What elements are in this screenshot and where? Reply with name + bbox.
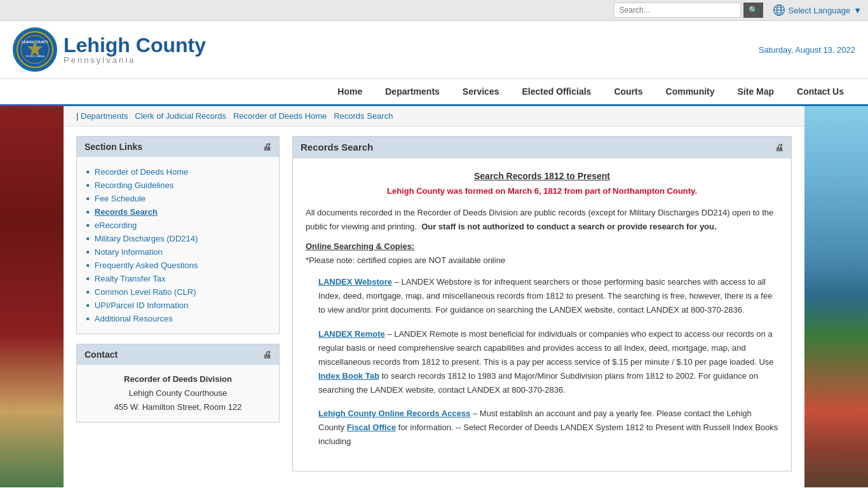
highlight-text: Lehigh County was formed on March 6, 181… (306, 186, 778, 196)
landex-webstore-section: LANDEX Webstore – LANDEX Webstore is for… (306, 275, 778, 317)
link-recording-guidelines[interactable]: Recording Guidelines (95, 180, 173, 190)
list-item: Recorder of Deeds Home (86, 167, 269, 177)
contact-title: Contact (85, 349, 118, 360)
content-panel: Records Search 🖨 Search Records 1812 to … (292, 136, 792, 471)
intro-bold: Our staff is not authorized to conduct a… (421, 222, 716, 231)
search-button[interactable]: 🔍 (743, 3, 763, 18)
breadcrumb-clerk[interactable]: Clerk of Judicial Records (135, 111, 226, 121)
right-decorative-image (804, 106, 868, 487)
link-clr[interactable]: Common Level Ratio (CLR) (95, 287, 196, 297)
nav-home[interactable]: Home (326, 79, 374, 104)
search-input[interactable] (614, 3, 741, 18)
link-recorder-home[interactable]: Recorder of Deeds Home (95, 167, 188, 177)
link-military-discharges[interactable]: Military Discharges (DD214) (95, 234, 198, 243)
county-name: Lehigh County (64, 35, 206, 55)
list-item: Additional Resources (86, 314, 269, 323)
list-item: eRecording (86, 220, 269, 230)
breadcrumb-separator: | (76, 111, 81, 121)
contact-header: Contact 🖨 (77, 344, 279, 365)
index-book-link[interactable]: Index Book Tab (318, 371, 379, 381)
nav-community[interactable]: Community (654, 79, 726, 104)
list-item: Records Search (86, 207, 269, 217)
link-upi-parcel[interactable]: UPI/Parcel ID Information (95, 301, 188, 310)
link-additional-resources[interactable]: Additional Resources (95, 314, 173, 323)
list-item: Frequently Asked Questions (86, 261, 269, 270)
lc-online-section: Lehigh County Online Records Access – Mu… (306, 407, 778, 449)
search-area: 🔍 (614, 3, 763, 18)
top-bar: 🔍 Select Language ▼ (0, 0, 868, 21)
contact-location: Lehigh County Courthouse (86, 386, 269, 400)
contact-division: Recorder of Deeds Division (86, 372, 269, 386)
link-records-search[interactable]: Records Search (95, 207, 158, 217)
contact-body: Recorder of Deeds Division Lehigh County… (77, 365, 279, 422)
left-decorative-image (0, 106, 64, 487)
nav-site-map[interactable]: Site Map (726, 79, 786, 104)
sidebar: Section Links 🖨 Recorder of Deeds Home R… (76, 136, 280, 471)
nav-services[interactable]: Services (451, 79, 511, 104)
nav-elected-officials[interactable]: Elected Officials (510, 79, 602, 104)
landex-remote-section: LANDEX Remote – LANDEX Remote is most be… (306, 327, 778, 397)
link-notary-info[interactable]: Notary Information (95, 247, 163, 257)
landex-remote-text: – LANDEX Remote is most beneficial for i… (318, 329, 774, 367)
language-label: Select Language (789, 6, 851, 15)
logo-text: Lehigh County Pennsylvania (64, 35, 206, 65)
globe-icon (773, 4, 785, 17)
link-faq[interactable]: Frequently Asked Questions (95, 261, 198, 270)
content-body: Search Records 1812 to Present Lehigh Co… (292, 158, 792, 471)
breadcrumb: | Departments Clerk of Judicial Records … (64, 106, 804, 126)
list-item: Common Level Ratio (CLR) (86, 287, 269, 297)
section-links-header: Section Links 🖨 (77, 137, 279, 157)
link-realty-transfer[interactable]: Realty Transfer Tax (95, 274, 166, 283)
header-right: Saturday, August 13, 2022 (759, 45, 855, 55)
nav-departments[interactable]: Departments (374, 79, 451, 104)
center-content: | Departments Clerk of Judicial Records … (64, 106, 804, 487)
content-panel-title: Records Search (301, 142, 373, 152)
header: LEHIGH COUNTY PENNSYLVANIA Lehigh County… (0, 21, 868, 79)
link-fee-schedule[interactable]: Fee Schedule (95, 194, 146, 203)
list-item: UPI/Parcel ID Information (86, 301, 269, 310)
breadcrumb-records-search[interactable]: Records Search (334, 111, 393, 121)
list-item: Realty Transfer Tax (86, 274, 269, 283)
contact-print-icon[interactable]: 🖨 (262, 349, 271, 360)
landex-remote-link[interactable]: LANDEX Remote (318, 329, 385, 339)
county-seal: LEHIGH COUNTY PENNSYLVANIA (15, 29, 56, 71)
section-links-panel: Section Links 🖨 Recorder of Deeds Home R… (76, 136, 280, 334)
language-dropdown-icon: ▼ (853, 6, 862, 15)
index-book-text: to search records 1812 to 1983 and Major… (318, 371, 758, 395)
list-item: Recording Guidelines (86, 180, 269, 190)
sidebar-links-list: Recorder of Deeds Home Recording Guideli… (77, 157, 279, 334)
print-icon[interactable]: 🖨 (262, 142, 271, 152)
landex-webstore-link[interactable]: LANDEX Webstore (318, 277, 392, 287)
lc-online-link[interactable]: Lehigh County Online Records Access (318, 409, 470, 418)
language-selector[interactable]: Select Language ▼ (773, 4, 862, 17)
county-state: Pennsylvania (64, 55, 206, 65)
breadcrumb-departments[interactable]: Departments (81, 111, 128, 121)
page-wrapper: | Departments Clerk of Judicial Records … (0, 106, 868, 487)
content-heading: Search Records 1812 to Present (306, 171, 778, 181)
breadcrumb-recorder-home[interactable]: Recorder of Deeds Home (233, 111, 327, 121)
date-display: Saturday, August 13, 2022 (759, 45, 855, 55)
nav-bar: Home Departments Services Elected Offici… (0, 79, 868, 106)
list-item: Fee Schedule (86, 194, 269, 203)
contact-address: 455 W. Hamilton Street, Room 122 (86, 400, 269, 414)
nav-courts[interactable]: Courts (602, 79, 654, 104)
online-note: *Please note: certified copies are NOT a… (306, 254, 778, 268)
logo-area: LEHIGH COUNTY PENNSYLVANIA Lehigh County… (13, 27, 206, 72)
logo-seal-circle: LEHIGH COUNTY PENNSYLVANIA (13, 27, 57, 72)
svg-text:PENNSYLVANIA: PENNSYLVANIA (25, 55, 44, 58)
section-links-title: Section Links (85, 142, 142, 152)
contact-panel: Contact 🖨 Recorder of Deeds Division Leh… (76, 344, 280, 423)
fiscal-office-link[interactable]: Fiscal Office (347, 423, 396, 432)
nav-contact-us[interactable]: Contact Us (785, 79, 855, 104)
online-heading: Online Searching & Copies: (306, 241, 778, 251)
list-item: Notary Information (86, 247, 269, 257)
intro-paragraph: All documents recorded in the Recorder o… (306, 206, 778, 234)
content-header: Records Search 🖨 (292, 136, 792, 158)
list-item: Military Discharges (DD214) (86, 234, 269, 243)
content-print-icon[interactable]: 🖨 (775, 142, 783, 152)
main-content: Section Links 🖨 Recorder of Deeds Home R… (64, 126, 804, 481)
link-erecording[interactable]: eRecording (95, 220, 137, 230)
